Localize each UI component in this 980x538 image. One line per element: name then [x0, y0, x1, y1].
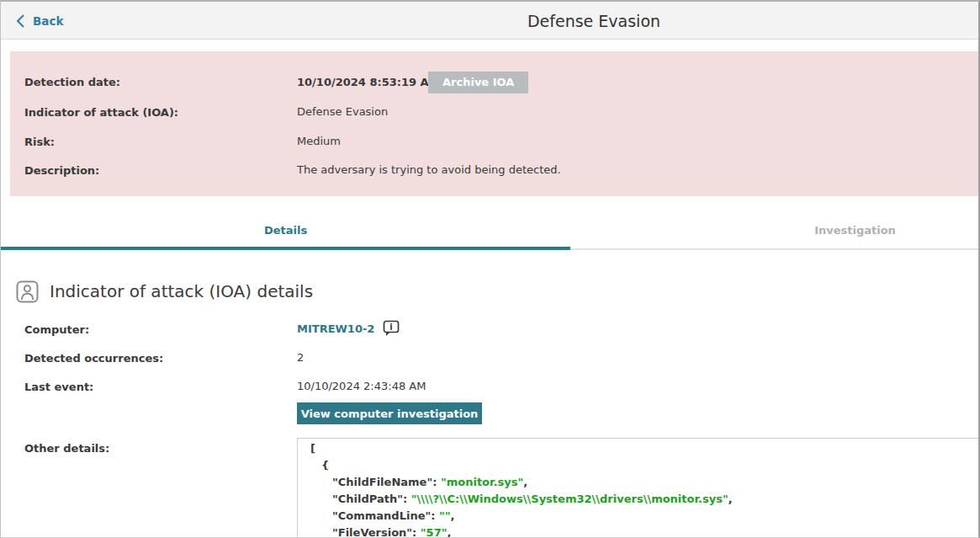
risk-value: Medium [297, 135, 341, 147]
archive-ioa-button[interactable]: Archive IOA [428, 72, 528, 93]
last-event-value: 10/10/2024 2:43:48 AM [297, 380, 426, 392]
tab-investigation[interactable]: Investigation [570, 224, 978, 237]
ioa-detail-page: Back Defense Evasion Detection date: 10/… [1, 2, 978, 537]
last-event-label: Last event: [24, 381, 93, 393]
code-line: [ [310, 440, 978, 457]
chevron-left-icon [15, 13, 27, 29]
ioa-value: Defense Evasion [297, 105, 388, 118]
computer-info-icon[interactable]: i [383, 320, 400, 337]
other-details-label: Other details: [24, 442, 109, 455]
computer-user-icon [16, 280, 39, 306]
description-label: Description: [24, 164, 99, 177]
back-button[interactable]: Back [15, 2, 63, 40]
back-label: Back [33, 14, 63, 28]
code-line: { [310, 457, 978, 474]
svg-text:i: i [390, 322, 393, 332]
code-line: "ChildFileName": "monitor.sys", [310, 474, 978, 491]
tab-bar: Details Investigation [1, 196, 978, 250]
code-line: "FileVersion": "57", [310, 525, 978, 537]
description-value: The adversary is trying to avoid being d… [297, 163, 561, 176]
detection-summary-banner: Detection date: 10/10/2024 8:53:19 AM Ar… [10, 51, 978, 196]
top-bar: Back Defense Evasion [1, 2, 978, 40]
computer-value-row: MITREW10-2 i [297, 320, 400, 337]
view-computer-investigation-button[interactable]: View computer investigation [297, 402, 482, 424]
details-panel: Indicator of attack (IOA) details Comput… [1, 250, 978, 537]
detection-date-value: 10/10/2024 8:53:19 AM [297, 76, 440, 88]
risk-label: Risk: [24, 136, 55, 148]
other-details-json[interactable]: [{"ChildFileName": "monitor.sys","ChildP… [297, 438, 978, 537]
page-title: Defense Evasion [527, 12, 660, 30]
code-line: "CommandLine": "", [310, 508, 978, 525]
detection-date-label: Detection date: [24, 76, 120, 88]
ioa-label: Indicator of attack (IOA): [24, 106, 178, 119]
tab-details[interactable]: Details [1, 224, 570, 237]
computer-link[interactable]: MITREW10-2 [297, 322, 374, 335]
computer-label: Computer: [24, 323, 89, 336]
code-line: "ChildPath": "\\\\?\\C:\\Windows\\System… [310, 491, 978, 508]
occurrences-value: 2 [297, 351, 304, 364]
occurrences-label: Detected occurrences: [24, 352, 163, 365]
section-heading: Indicator of attack (IOA) details [50, 281, 313, 301]
